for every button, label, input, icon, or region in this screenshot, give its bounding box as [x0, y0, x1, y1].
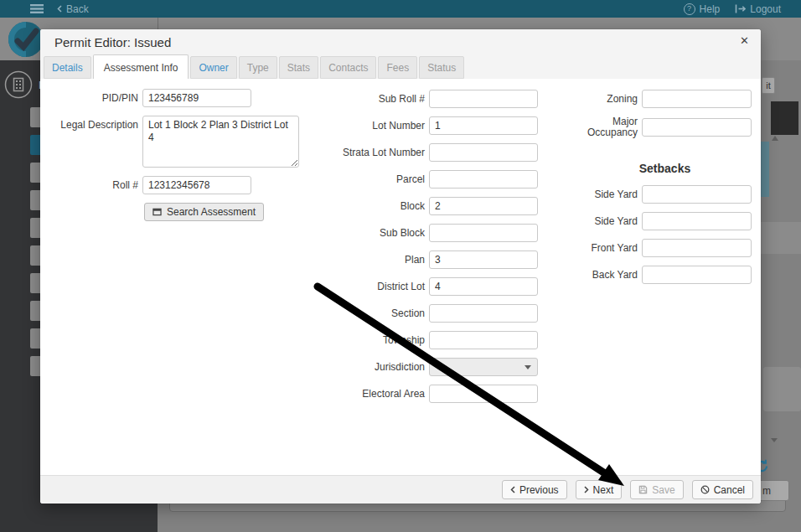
plan-input[interactable] [429, 251, 538, 269]
parcel-label: Parcel [335, 170, 425, 189]
chevron-left-icon [510, 486, 515, 493]
sub-block-input[interactable] [429, 224, 538, 242]
form-row: Jurisdiction [335, 358, 538, 376]
chevron-right-icon [584, 486, 589, 493]
strata-lot-number-input[interactable] [429, 143, 538, 162]
form-row: Zoning [578, 90, 752, 108]
electoral-area-label: Electoral Area [335, 385, 425, 403]
form-row: Block [335, 197, 538, 215]
major-occupancy-label: Major Occupancy [578, 116, 638, 138]
cancel-icon [700, 485, 710, 494]
search-assessment-button[interactable]: Search Assessment [144, 203, 264, 221]
help-button[interactable]: ? Help [684, 3, 721, 15]
zoning-input[interactable] [642, 90, 752, 108]
bg-button-clipped: m [758, 480, 789, 501]
form-row: Section [335, 304, 538, 323]
previous-label: Previous [519, 484, 559, 496]
previous-button[interactable]: Previous [502, 480, 567, 499]
parcel-input[interactable] [429, 170, 538, 189]
close-icon[interactable]: ✕ [740, 34, 749, 49]
back-yard-input[interactable] [642, 266, 752, 284]
electoral-area-input[interactable] [429, 385, 538, 403]
side-yard-2-input[interactable] [642, 212, 752, 230]
form-row: Legal DescriptionLot 1 Block 2 Plan 3 Di… [57, 116, 299, 168]
screen: Back ? Help Logout [0, 0, 801, 532]
tab-type[interactable]: Type [239, 56, 277, 79]
search-assessment-label: Search Assessment [167, 206, 256, 218]
form-row: PID/PIN [57, 89, 299, 107]
form-row: Side Yard [578, 212, 752, 230]
chevron-down-icon [525, 365, 531, 369]
block-input[interactable] [429, 197, 538, 215]
roll-label: Roll # [57, 176, 138, 194]
help-label: Help [700, 3, 721, 15]
lot-number-input[interactable] [429, 116, 538, 135]
bg-light-panel [763, 367, 801, 411]
logout-label: Logout [750, 3, 781, 15]
building-icon [4, 70, 33, 99]
tab-bar: DetailsAssessment InfoOwnerTypeStatsCont… [40, 55, 761, 79]
logout-button[interactable]: Logout [735, 3, 781, 15]
tab-contacts[interactable]: Contacts [320, 56, 376, 79]
form-row: Sub Block [335, 224, 538, 242]
sub-block-label: Sub Block [335, 224, 425, 242]
district-lot-input[interactable] [429, 277, 538, 296]
form-row: Lot Number [335, 116, 538, 135]
back-button[interactable]: Back [57, 3, 89, 15]
bg-edit-button-clipped: it [762, 77, 775, 94]
form-row: Major Occupancy [578, 116, 752, 138]
sub-roll-input[interactable] [429, 90, 538, 108]
district-lot-label: District Lot [335, 277, 425, 296]
zoning-label: Zoning [578, 94, 638, 105]
help-icon: ? [684, 3, 695, 15]
permit-editor-modal: Permit Editor: Issued ✕ DetailsAssessmen… [40, 29, 761, 504]
chevron-left-icon [57, 5, 62, 13]
tab-stats[interactable]: Stats [279, 56, 318, 79]
form-column-middle: Sub Roll #Lot NumberStrata Lot NumberPar… [335, 90, 538, 411]
form-row: Township [335, 331, 538, 349]
jurisdiction-label: Jurisdiction [335, 358, 425, 376]
strata-lot-number-label: Strata Lot Number [335, 143, 425, 162]
hamburger-icon[interactable] [30, 4, 44, 13]
tab-owner[interactable]: Owner [190, 56, 236, 79]
form-row: Back Yard [578, 266, 752, 284]
setbacks-heading: Setbacks [578, 162, 752, 175]
cancel-button[interactable]: Cancel [692, 480, 753, 499]
pid-pin-input[interactable] [142, 89, 251, 107]
side-yard-label: Side Yard [578, 189, 638, 200]
section-input[interactable] [429, 304, 538, 323]
modal-footer: Previous Next Save [40, 475, 761, 504]
next-button[interactable]: Next [576, 480, 623, 499]
save-label: Save [652, 484, 674, 496]
window-icon [152, 208, 162, 216]
tab-status[interactable]: Status [419, 56, 464, 79]
form-row: Roll # [57, 176, 299, 194]
bg-table-header [771, 101, 798, 135]
major-occupancy-input[interactable] [642, 118, 752, 137]
jurisdiction-select[interactable] [429, 358, 538, 376]
form-row: Sub Roll # [335, 90, 538, 108]
legal-description-textarea[interactable]: Lot 1 Block 2 Plan 3 District Lot 4 [142, 116, 299, 168]
front-yard-input[interactable] [642, 239, 752, 257]
front-yard-label: Front Yard [578, 243, 638, 254]
back-label: Back [66, 3, 89, 15]
tab-fees[interactable]: Fees [378, 56, 417, 79]
tab-assessment-info[interactable]: Assessment Info [93, 54, 189, 79]
side-yard-input[interactable] [642, 185, 752, 204]
township-label: Township [335, 331, 425, 349]
tab-details[interactable]: Details [44, 56, 91, 79]
block-label: Block [335, 197, 425, 215]
sub-roll-label: Sub Roll # [335, 90, 425, 108]
township-input[interactable] [429, 331, 538, 349]
bg-selected-row [761, 142, 769, 197]
plan-label: Plan [335, 251, 425, 269]
form-row: Electoral Area [335, 385, 538, 403]
form-row: Plan [335, 251, 538, 269]
section-label: Section [335, 304, 425, 323]
bg-caret-icon [771, 438, 778, 442]
form-row: Side Yard [578, 185, 752, 204]
save-button[interactable]: Save [630, 480, 683, 499]
roll-input[interactable] [142, 176, 251, 194]
form-row: Search Assessment [57, 203, 264, 221]
modal-header: Permit Editor: Issued ✕ [40, 29, 761, 55]
